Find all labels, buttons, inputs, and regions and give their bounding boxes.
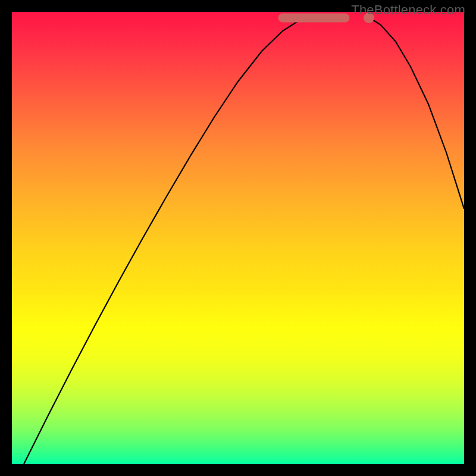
right-curve-line [369, 17, 464, 209]
chart-plot-area [12, 12, 464, 464]
watermark-text: TheBottleneck.com [351, 2, 465, 18]
left-curve-line [24, 17, 309, 464]
chart-svg [12, 12, 464, 464]
